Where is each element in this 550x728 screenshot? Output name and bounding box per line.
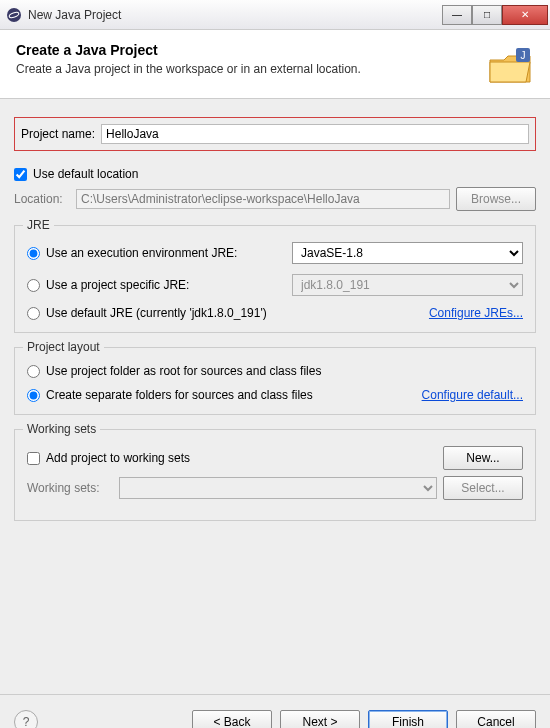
wizard-footer: ? < Back Next > Finish Cancel	[0, 694, 550, 728]
project-specific-select: jdk1.8.0_191	[292, 274, 523, 296]
window-title: New Java Project	[28, 8, 442, 22]
use-default-location-label: Use default location	[33, 167, 138, 181]
project-specific-radio[interactable]	[27, 279, 40, 292]
default-jre-radio[interactable]	[27, 307, 40, 320]
page-title: Create a Java Project	[16, 42, 486, 58]
maximize-button[interactable]: □	[472, 5, 502, 25]
root-folder-label: Use project folder as root for sources a…	[46, 364, 321, 378]
configure-default-link[interactable]: Configure default...	[422, 388, 523, 402]
add-working-sets-label: Add project to working sets	[46, 451, 190, 465]
working-sets-select	[119, 477, 437, 499]
use-default-location-checkbox[interactable]	[14, 168, 27, 181]
close-button[interactable]: ✕	[502, 5, 548, 25]
project-name-row: Project name:	[14, 117, 536, 151]
configure-jres-link[interactable]: Configure JREs...	[429, 306, 523, 320]
location-input	[76, 189, 450, 209]
new-working-set-button[interactable]: New...	[443, 446, 523, 470]
eclipse-icon	[6, 7, 22, 23]
exec-env-label: Use an execution environment JRE:	[46, 246, 286, 260]
project-layout-section: Project layout Use project folder as roo…	[14, 347, 536, 415]
working-sets-label: Working sets:	[27, 481, 113, 495]
finish-button[interactable]: Finish	[368, 710, 448, 729]
select-working-sets-button[interactable]: Select...	[443, 476, 523, 500]
folder-java-icon: J	[486, 42, 534, 90]
page-description: Create a Java project in the workspace o…	[16, 62, 486, 76]
browse-button[interactable]: Browse...	[456, 187, 536, 211]
root-folder-radio[interactable]	[27, 365, 40, 378]
exec-env-radio[interactable]	[27, 247, 40, 260]
jre-section-title: JRE	[23, 218, 54, 232]
back-button[interactable]: < Back	[192, 710, 272, 729]
project-name-label: Project name:	[21, 127, 95, 141]
add-working-sets-checkbox[interactable]	[27, 452, 40, 465]
separate-folders-radio[interactable]	[27, 389, 40, 402]
svg-text:J: J	[521, 50, 526, 61]
titlebar: New Java Project — □ ✕	[0, 0, 550, 30]
working-sets-section: Working sets Add project to working sets…	[14, 429, 536, 521]
wizard-content: Project name: Use default location Locat…	[0, 99, 550, 694]
next-button[interactable]: Next >	[280, 710, 360, 729]
help-button[interactable]: ?	[14, 710, 38, 729]
cancel-button[interactable]: Cancel	[456, 710, 536, 729]
wizard-header: Create a Java Project Create a Java proj…	[0, 30, 550, 99]
location-label: Location:	[14, 192, 70, 206]
default-jre-label: Use default JRE (currently 'jdk1.8.0_191…	[46, 306, 267, 320]
project-name-input[interactable]	[101, 124, 529, 144]
working-sets-title: Working sets	[23, 422, 100, 436]
minimize-button[interactable]: —	[442, 5, 472, 25]
jre-section: JRE Use an execution environment JRE: Ja…	[14, 225, 536, 333]
separate-folders-label: Create separate folders for sources and …	[46, 388, 313, 402]
project-layout-title: Project layout	[23, 340, 104, 354]
exec-env-select[interactable]: JavaSE-1.8	[292, 242, 523, 264]
project-specific-label: Use a project specific JRE:	[46, 278, 286, 292]
